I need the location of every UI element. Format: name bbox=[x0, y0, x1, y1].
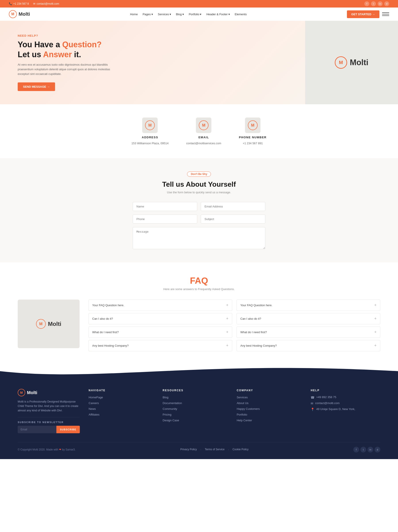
footer-link-help-center[interactable]: Help Center bbox=[237, 419, 252, 422]
footer-copyright: © Copyright Molti 2020. Made with ❤ by S… bbox=[18, 448, 76, 451]
social-instagram-top[interactable]: in bbox=[378, 1, 383, 6]
navbar: M Molti Home Pages ▾ Services ▾ Blog ▾ P… bbox=[0, 7, 398, 21]
hero-title-line2-plain: Let us bbox=[18, 50, 43, 59]
logo[interactable]: M Molti bbox=[9, 10, 30, 18]
footer-policy-links: Privacy Policy · Terms of Service · Cook… bbox=[180, 448, 249, 451]
faq-col-2: Your FAQ Question here. + Can I also do … bbox=[237, 300, 380, 351]
footer-divider bbox=[18, 417, 80, 417]
hero-left: NEED HELP? You Have a Question? Let us A… bbox=[0, 21, 305, 104]
nav-home[interactable]: Home bbox=[130, 13, 138, 16]
faq-item-2-1[interactable]: Your FAQ Question here. + bbox=[237, 300, 380, 311]
footer-logo-icon: M bbox=[18, 389, 25, 396]
faq-subtitle: Here are some answers to Frequently Aske… bbox=[18, 287, 380, 291]
faq-item-1-3[interactable]: What do I need first? + bbox=[88, 327, 232, 338]
contact-cards-section: M ADDRESS 153 Williamson Plaza, 09514 M … bbox=[0, 104, 398, 158]
footer-privacy-policy[interactable]: Privacy Policy bbox=[180, 448, 197, 451]
faq-expand-icon-2-2: + bbox=[374, 316, 377, 321]
nav-header-footer[interactable]: Header & Footer ▾ bbox=[206, 13, 230, 16]
faq-item-1-1[interactable]: Your FAQ Question here. + bbox=[88, 300, 232, 311]
footer-link-pricing[interactable]: Pricing bbox=[163, 413, 172, 416]
hero-title-orange1: Question? bbox=[62, 40, 102, 49]
form-section: Don't Be Shy Tell us About Yourself Use … bbox=[0, 158, 398, 262]
footer-brand-desc: Molti is a Professionally Designed Multi… bbox=[18, 399, 80, 413]
footer-link-happy-customers[interactable]: Happy Customers bbox=[237, 407, 260, 411]
footer-link-homepage[interactable]: HomePage bbox=[89, 396, 103, 399]
footer-subscribe-button[interactable]: SUBSCRIBE bbox=[56, 426, 80, 433]
faq-item-2-2[interactable]: Can I also do it? + bbox=[237, 313, 380, 324]
wave-divider bbox=[0, 365, 398, 378]
footer-link-careers[interactable]: Careers bbox=[89, 401, 99, 405]
footer-social-dribbble[interactable]: d bbox=[375, 447, 380, 452]
social-twitter-top[interactable]: t bbox=[371, 1, 376, 6]
footer-top: M Molti Molti is a Professionally Design… bbox=[18, 389, 380, 433]
nav-right: GET STARTED → bbox=[347, 10, 389, 18]
send-message-button[interactable]: SEND MESSAGE → bbox=[18, 82, 55, 91]
footer-social-facebook[interactable]: f bbox=[353, 447, 359, 452]
footer-link-design-case[interactable]: Design Case bbox=[163, 419, 179, 422]
footer-email-value: contact@molti.com bbox=[315, 401, 340, 405]
footer-link-documentation[interactable]: Documentation bbox=[163, 401, 182, 405]
footer-contact-address: 📍 49 Uniqe Square D, New York, bbox=[311, 407, 380, 411]
faq-item-1-4[interactable]: Any best Hosting Company? + bbox=[88, 340, 232, 351]
faq-item-1-2[interactable]: Can I also do it? + bbox=[88, 313, 232, 324]
top-bar-email: ✉ contact@molti.com bbox=[33, 2, 59, 5]
footer-phone-icon: ☎ bbox=[311, 396, 314, 399]
faq-left: M Molti bbox=[18, 300, 80, 351]
faq-logo: M Molti bbox=[36, 319, 61, 329]
footer-social-twitter[interactable]: t bbox=[360, 447, 366, 452]
footer-email-icon: ✉ bbox=[311, 402, 313, 405]
footer-cookie-policy[interactable]: Cookie Policy bbox=[232, 448, 248, 451]
nav-services[interactable]: Services ▾ bbox=[158, 13, 171, 16]
name-input[interactable] bbox=[133, 202, 197, 211]
footer-bottom: © Copyright Molti 2020. Made with ❤ by S… bbox=[18, 442, 380, 452]
address-icon: M bbox=[142, 118, 158, 133]
faq-columns: Your FAQ Question here. + Can I also do … bbox=[88, 300, 380, 351]
footer-address-value: 49 Uniqe Square D, New York, bbox=[316, 407, 355, 411]
form-row-1 bbox=[133, 202, 265, 211]
hamburger-menu[interactable] bbox=[382, 11, 389, 18]
get-started-button[interactable]: GET STARTED → bbox=[347, 10, 379, 18]
faq-logo-icon: M bbox=[36, 319, 46, 329]
social-facebook-top[interactable]: f bbox=[364, 1, 369, 6]
footer-link-affiliates[interactable]: Affiliates bbox=[89, 413, 99, 416]
footer-brand: M Molti Molti is a Professionally Design… bbox=[18, 389, 80, 433]
footer-terms-of-service[interactable]: Terms of Service bbox=[205, 448, 224, 451]
nav-blog[interactable]: Blog ▾ bbox=[176, 13, 184, 16]
footer-link-services[interactable]: Services bbox=[237, 396, 248, 399]
hero-logo-big: M Molti bbox=[335, 56, 368, 69]
nav-pages[interactable]: Pages ▾ bbox=[143, 13, 153, 16]
hero-title-plain: You Have a bbox=[18, 40, 62, 49]
phone-title: PHONE NUMBER bbox=[239, 136, 267, 139]
faq-col-1: Your FAQ Question here. + Can I also do … bbox=[88, 300, 232, 351]
address-value: 153 Williamson Plaza, 09514 bbox=[131, 142, 169, 145]
footer-link-about-us[interactable]: About Us bbox=[237, 401, 248, 405]
footer-link-news[interactable]: News bbox=[89, 407, 96, 411]
footer-contact-phone: ☎ +49 892 358 75 bbox=[311, 395, 380, 399]
nav-elements[interactable]: Elements bbox=[235, 13, 247, 16]
phone-input[interactable] bbox=[133, 215, 197, 224]
footer-email-input[interactable] bbox=[18, 426, 56, 433]
footer-link-portfolio[interactable]: Portfolio bbox=[237, 413, 247, 416]
phone-card-icon: M bbox=[245, 118, 261, 133]
faq-item-2-3[interactable]: What do I need first? + bbox=[237, 327, 380, 338]
message-input[interactable] bbox=[133, 227, 265, 249]
faq-item-2-4[interactable]: Any best Hosting Company? + bbox=[237, 340, 380, 351]
social-dribbble-top[interactable]: d bbox=[384, 1, 389, 6]
form-section-subtitle: Use the form below to quickly send us a … bbox=[9, 191, 389, 194]
footer-col-navigate-title: NAVIGATE bbox=[89, 389, 158, 392]
footer-link-blog[interactable]: Blog bbox=[163, 396, 169, 399]
nav-links: Home Pages ▾ Services ▾ Blog ▾ Portfolio… bbox=[130, 13, 247, 16]
footer-logo: M Molti bbox=[18, 389, 80, 396]
footer-social-instagram[interactable]: in bbox=[367, 447, 373, 452]
hero-need-help-label: NEED HELP? bbox=[18, 34, 292, 37]
nav-portfolio[interactable]: Portfolio ▾ bbox=[189, 13, 202, 16]
footer-nav-links: HomePage Careers News Affiliates bbox=[89, 395, 158, 416]
contact-form bbox=[133, 202, 265, 249]
subject-input[interactable] bbox=[201, 215, 265, 224]
faq-expand-icon-2-1: + bbox=[374, 303, 377, 308]
hero-description: At vero eos et accusamus iusto odio dign… bbox=[18, 63, 111, 76]
footer-link-community[interactable]: Community bbox=[163, 407, 177, 411]
footer-col-company: COMPANY Services About Us Happy Customer… bbox=[237, 389, 306, 433]
email-title: EMAIL bbox=[198, 136, 209, 139]
email-input[interactable] bbox=[201, 202, 265, 211]
